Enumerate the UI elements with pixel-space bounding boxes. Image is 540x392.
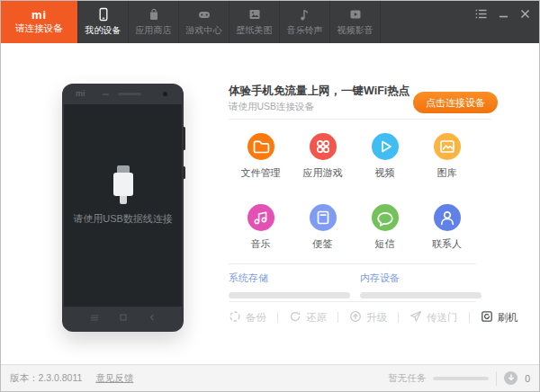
mi-logo: mi [32,9,47,21]
phone-power-button [183,166,185,179]
tool-flash[interactable]: 刷机 [481,310,518,325]
sms-bubble-icon [372,204,399,231]
notes-icon [310,204,337,231]
shortcut-contacts[interactable]: 联系人 [416,204,478,251]
divider [496,371,497,386]
mi-pc-suite-window: mi 请连接设备 我的设备 应用商店 游戏中心 [0,0,540,392]
version-text: 版本：2.3.0.8011 [10,372,82,385]
store-bag-icon [147,7,161,22]
gallery-icon [434,133,461,160]
download-task-icon[interactable] [504,371,518,385]
tab-app-store[interactable]: 应用商店 [129,1,179,43]
phone-sensor [103,94,109,95]
folder-icon [248,133,274,160]
tab-label: 游戏中心 [186,24,222,37]
tab-label: 视频影音 [338,24,374,37]
tab-label: 音乐铃声 [287,24,323,37]
shortcut-apps-games[interactable]: 应用游戏 [292,133,354,180]
music-notes-icon [248,204,274,231]
headline: 体验手机免流量上网，一键WiFi热点 [229,84,410,99]
storage-system-label[interactable]: 系统存储 [229,272,350,285]
shortcut-music[interactable]: 音乐 [230,204,292,251]
tool-restore[interactable]: 还原 [289,310,327,325]
tool-label: 备份 [246,311,266,325]
gamepad-icon [197,7,212,22]
tool-portal[interactable]: 传送门 [410,310,458,325]
tab-label: 我的设备 [86,24,122,37]
tools-row: 备份 还原 升级 传送门 刷机 [229,310,518,325]
phone-illustration: mi 请使用USB数据线连接 [62,84,184,332]
divider [398,312,399,323]
tool-label: 升级 [366,311,387,325]
divider [338,312,338,323]
tool-upgrade[interactable]: 升级 [349,310,387,325]
tool-label: 还原 [306,311,327,325]
tab-my-device[interactable]: 我的设备 [77,1,129,43]
close-icon[interactable] [520,9,530,19]
divider [277,312,278,323]
tool-label: 传送门 [427,311,458,325]
video-icon [348,7,363,22]
storage-internal: 内存设备 [360,272,482,298]
wallpaper-icon [248,7,262,22]
home-icon [120,308,127,325]
divider [229,263,476,264]
no-task-text: 暂无任务 [388,372,426,385]
divider [229,119,491,120]
restore-icon [289,310,302,325]
shortcut-label: 便签 [313,237,333,251]
sub-headline: 请使用USB连接设备 [229,101,314,113]
tab-label: 应用商店 [136,24,172,37]
connect-device-button[interactable]: 点击连接设备 [413,92,498,113]
phone-nav-buttons [62,308,184,325]
shortcut-label: 应用游戏 [303,166,343,180]
tab-video[interactable]: 视频影音 [330,1,381,43]
shortcut-grid: 文件管理 应用游戏 视频 图库 音乐 [230,133,478,251]
storage-internal-bar [360,292,482,298]
task-count: 0 [525,373,530,384]
main-tabs: 我的设备 应用商店 游戏中心 壁纸美图 [77,1,381,43]
portal-icon [410,310,422,325]
back-icon [149,308,155,325]
status-left: 版本：2.3.0.8011 意见反馈 [10,372,133,385]
task-list-icon[interactable] [475,9,487,19]
status-right: 暂无任务 0 [388,371,530,386]
tool-backup[interactable]: 备份 [229,310,266,325]
phone-earpiece [118,93,141,95]
connection-status: 请连接设备 [15,22,63,35]
brand-block: mi 请连接设备 [1,1,77,43]
tab-label: 壁纸美图 [237,24,273,37]
flash-icon [481,310,493,325]
window-controls [475,9,530,19]
play-icon [372,133,399,160]
shortcut-file-manager[interactable]: 文件管理 [230,133,292,180]
storage-internal-label[interactable]: 内存设备 [360,272,482,285]
phone-screen: 请使用USB数据线连接 [64,104,182,307]
tab-music-ringtones[interactable]: 音乐铃声 [280,1,330,43]
shortcut-notes[interactable]: 便签 [292,204,354,251]
apps-grid-icon [310,133,337,160]
divider [469,312,470,323]
phone-camera [163,92,167,96]
tab-game-center[interactable]: 游戏中心 [179,1,230,43]
task-progress-line [433,377,489,380]
shortcut-video[interactable]: 视频 [354,133,416,180]
shortcut-label: 图库 [437,166,457,180]
contact-icon [434,204,461,231]
divider [229,301,476,302]
storage-system: 系统存储 [229,272,350,298]
feedback-link[interactable]: 意见反馈 [95,372,133,385]
shortcut-sms[interactable]: 短信 [354,204,416,251]
upgrade-icon [349,310,362,325]
usb-hint-text: 请使用USB数据线连接 [64,212,182,226]
phone-mi-logo: mi [76,89,86,98]
header-bar: mi 请连接设备 我的设备 应用商店 游戏中心 [1,1,539,43]
shortcut-label: 联系人 [432,237,462,251]
backup-icon [229,310,241,325]
storage-system-bar [229,292,350,298]
minimize-icon[interactable] [499,9,508,19]
status-bar: 版本：2.3.0.8011 意见反馈 暂无任务 0 [1,364,539,391]
phone-volume-button [183,127,185,150]
shortcut-gallery[interactable]: 图库 [416,133,478,180]
tab-wallpapers[interactable]: 壁纸美图 [230,1,280,43]
